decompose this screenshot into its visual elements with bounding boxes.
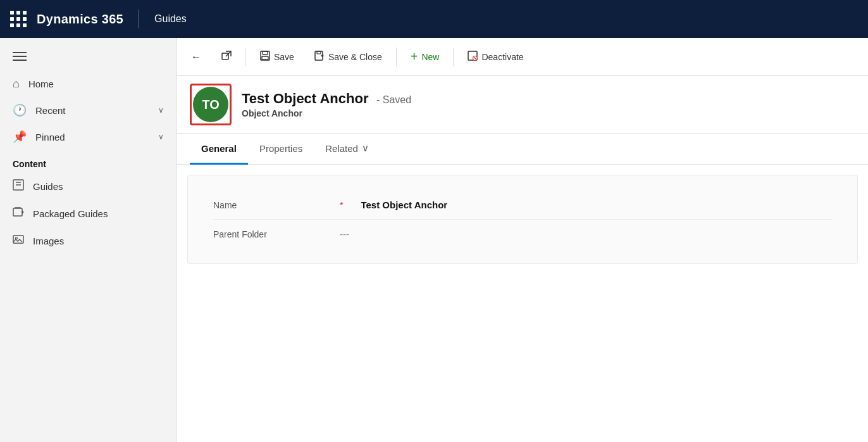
sidebar-item-home[interactable]: ⌂ Home: [0, 71, 177, 97]
form-row-name: Name * Test Object Anchor: [213, 191, 832, 220]
sidebar-item-guides[interactable]: Guides: [0, 173, 177, 200]
popout-icon: [221, 51, 232, 63]
guides-icon: [13, 179, 24, 194]
toolbar-divider-3: [453, 47, 454, 66]
chevron-down-icon: ∨: [158, 106, 164, 115]
avatar-wrapper[interactable]: TO: [190, 84, 232, 125]
toolbar-divider-2: [396, 47, 397, 66]
avatar-initials: TO: [202, 98, 219, 112]
save-label: Save: [274, 52, 294, 62]
top-navigation: Dynamics 365 Guides: [0, 0, 868, 38]
field-value-parent-folder[interactable]: ---: [340, 229, 349, 239]
new-label: New: [421, 52, 439, 62]
chevron-down-icon: ∨: [362, 142, 369, 154]
tab-general[interactable]: General: [190, 134, 248, 165]
deactivate-button[interactable]: Deactivate: [459, 46, 532, 68]
sidebar-item-images[interactable]: Images: [0, 227, 177, 255]
packaged-guides-icon: [13, 206, 24, 221]
record-type: Object Anchor: [242, 108, 855, 118]
tab-properties-label: Properties: [259, 143, 302, 154]
form-row-parent-folder: Parent Folder ---: [213, 220, 832, 248]
tab-related-label: Related: [325, 143, 358, 154]
back-icon: ←: [191, 51, 201, 63]
recent-icon: 🕐: [13, 103, 27, 117]
save-close-icon: [314, 51, 325, 63]
sidebar-item-label: Packaged Guides: [33, 208, 108, 219]
sidebar-item-label: Pinned: [35, 132, 65, 142]
record-title-row: Test Object Anchor - Saved: [242, 91, 855, 107]
save-close-button[interactable]: Save & Close: [306, 46, 391, 68]
sidebar-item-label: Recent: [35, 105, 66, 116]
record-header: TO Test Object Anchor - Saved Object Anc…: [177, 76, 868, 134]
plus-icon: +: [411, 49, 418, 64]
content-area: ← Save Save & Close: [177, 38, 868, 442]
app-launcher-button[interactable]: [10, 11, 27, 27]
field-label-parent-folder: Parent Folder: [213, 229, 327, 239]
tabs-bar: General Properties Related ∨: [177, 134, 868, 165]
popout-button[interactable]: [213, 46, 240, 68]
record-title: Test Object Anchor: [242, 91, 368, 106]
nav-divider: [139, 9, 139, 28]
sidebar-section-content: Content: [0, 150, 177, 173]
hamburger-menu-button[interactable]: [0, 46, 177, 71]
record-info: Test Object Anchor - Saved Object Anchor: [242, 91, 855, 118]
app-title: Dynamics 365: [37, 12, 123, 27]
svg-point-8: [16, 237, 18, 239]
field-value-name[interactable]: Test Object Anchor: [361, 199, 447, 210]
save-button[interactable]: Save: [251, 46, 303, 68]
svg-rect-3: [13, 208, 22, 216]
deactivate-label: Deactivate: [481, 52, 523, 62]
images-icon: [13, 234, 24, 248]
field-label-name: Name: [213, 200, 327, 210]
sidebar-item-label: Guides: [33, 181, 63, 192]
avatar: TO: [193, 87, 228, 122]
svg-rect-15: [317, 51, 321, 54]
sidebar-item-label: Home: [28, 79, 54, 89]
back-button[interactable]: ←: [182, 46, 210, 68]
new-button[interactable]: + New: [402, 44, 449, 69]
tab-general-label: General: [201, 143, 237, 154]
record-saved-status: - Saved: [376, 94, 411, 105]
pin-icon: 📌: [13, 130, 27, 144]
sidebar-item-pinned[interactable]: 📌 Pinned ∨: [0, 123, 177, 150]
sidebar: ⌂ Home 🕐 Recent ∨ 📌 Pinned ∨ Content Gui…: [0, 38, 177, 442]
tab-related[interactable]: Related ∨: [314, 134, 380, 165]
chevron-down-icon: ∨: [158, 132, 164, 141]
sidebar-item-recent[interactable]: 🕐 Recent ∨: [0, 97, 177, 123]
required-indicator: *: [340, 200, 343, 210]
nav-section: Guides: [154, 13, 187, 25]
sidebar-item-label: Images: [33, 236, 64, 246]
tab-properties[interactable]: Properties: [248, 134, 314, 165]
home-icon: ⌂: [13, 77, 20, 91]
toolbar-divider: [245, 47, 246, 66]
save-icon: [260, 51, 270, 63]
form-section: Name * Test Object Anchor Parent Folder …: [187, 175, 858, 264]
deactivate-icon: [468, 51, 478, 63]
svg-rect-13: [262, 56, 268, 60]
hamburger-icon: [13, 52, 164, 61]
toolbar: ← Save Save & Close: [177, 38, 868, 76]
save-close-label: Save & Close: [328, 52, 382, 62]
sidebar-item-packaged-guides[interactable]: Packaged Guides: [0, 200, 177, 227]
